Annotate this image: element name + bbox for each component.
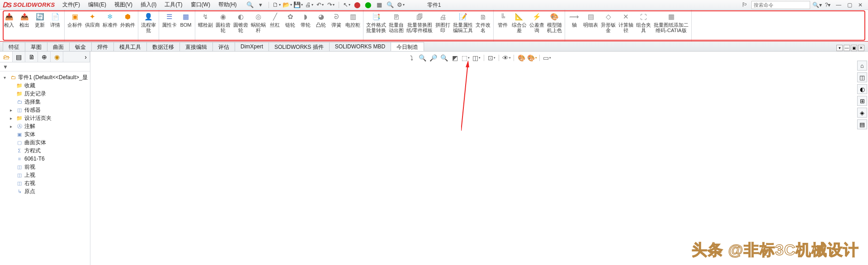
ribbon-button[interactable]: 📤检出	[17, 11, 32, 41]
zoom-prev-icon[interactable]: 🔍	[439, 53, 448, 62]
ribbon-button[interactable]: ▦BOM	[178, 11, 193, 41]
redo-icon[interactable]: ↷▾	[327, 1, 335, 9]
tree-root[interactable]: ▾ 🗀 零件1 (Default<<Default>_显	[1, 73, 89, 81]
ribbon-button[interactable]: ⟿轴	[566, 11, 582, 41]
ribbon-button[interactable]: ⚡公差查 询	[528, 11, 546, 41]
view-orientation-icon[interactable]: ⬚▾	[461, 53, 470, 62]
task-pane-tab[interactable]: ◫	[857, 72, 867, 82]
tree-node[interactable]: ◫前视	[1, 163, 89, 171]
task-pane-tab[interactable]: ◐	[857, 84, 867, 94]
dimxpert-tab[interactable]: ⊕	[38, 52, 51, 62]
close-icon[interactable]: ✕	[856, 1, 864, 9]
expand-icon[interactable]: ▸	[10, 108, 14, 113]
minimize-icon[interactable]: —	[835, 1, 843, 9]
tab-menu-icon[interactable]: ▾	[836, 45, 843, 51]
select-icon[interactable]: ↖▾	[343, 1, 351, 9]
display-state-icon[interactable]: ▭▾	[542, 53, 552, 62]
tab-close-icon[interactable]: ✕	[858, 45, 864, 51]
tree-node[interactable]: ◫右视	[1, 179, 89, 187]
task-pane-tab[interactable]: ⌂	[857, 61, 867, 71]
tab[interactable]: 曲面	[47, 42, 70, 51]
tree-node[interactable]: ▸📁设计活页夹	[1, 114, 89, 122]
ribbon-button[interactable]: ✿链轮	[283, 11, 298, 41]
tree-node[interactable]: ◫上视	[1, 171, 89, 179]
ribbon-button[interactable]: ╚管件	[495, 11, 510, 41]
tree-node[interactable]: ≡6061-T6	[1, 155, 89, 163]
tree-node[interactable]: ↳原点	[1, 187, 89, 195]
ribbon-button[interactable]: ▣企标件	[66, 11, 84, 41]
apply-scene-icon[interactable]: 🎨	[517, 53, 526, 62]
edit-appearance-icon[interactable]: 👁▾	[502, 53, 511, 62]
collapse-icon[interactable]: ▾	[4, 75, 8, 80]
options-icon[interactable]: 🔍	[386, 1, 394, 9]
ribbon-button[interactable]: 🗎文件改 名	[474, 11, 492, 41]
search-input[interactable]	[754, 2, 808, 8]
tree-node[interactable]: 📁历史记录	[1, 90, 89, 98]
ribbon-button[interactable]: ◇异形钣 金	[599, 11, 617, 41]
expand-icon[interactable]: ▸	[10, 124, 14, 129]
tab[interactable]: 草图	[25, 42, 47, 51]
record-on-icon[interactable]: ⬤	[364, 1, 373, 9]
rebuild-icon[interactable]: ▦	[375, 1, 383, 9]
display-manager-tab[interactable]: ◉	[51, 52, 63, 62]
ribbon-button[interactable]: ☰属性卡	[160, 11, 178, 41]
search-dropdown-icon[interactable]: 🔍▾	[813, 1, 821, 9]
ribbon-button[interactable]: ▤明细表	[582, 11, 599, 41]
graphics-viewport[interactable]: ⤵ 🔍 🔎 🔍 ◩ ⬚▾ ◫▾ ⊡▾ 👁▾ 🎨 🎨▾ ▭▾ ⌂◫◐⊞◈▤ 头条 …	[90, 52, 868, 265]
ribbon-button[interactable]: ◗带轮	[298, 11, 313, 41]
tab[interactable]: DimXpert	[235, 42, 269, 51]
task-pane-tab[interactable]: ◈	[857, 108, 867, 118]
ribbon-button[interactable]: ✕计算轴 径	[617, 11, 635, 41]
save-icon[interactable]: 💾▾	[294, 1, 302, 9]
tab[interactable]: 今日制造	[391, 42, 424, 51]
menu-item[interactable]: 帮助(H)	[216, 0, 240, 9]
menu-item[interactable]: 插入(I)	[138, 0, 159, 9]
config-manager-tab[interactable]: 🗎	[25, 52, 38, 62]
search-icon[interactable]: 🔍	[246, 1, 254, 9]
display-style-icon[interactable]: ◫▾	[472, 53, 481, 62]
ribbon-button[interactable]: ❄标准件	[101, 11, 119, 41]
feature-manager-tab[interactable]: 🗁	[0, 52, 13, 62]
ribbon-button[interactable]: 🗐批量替换图 纸/零件模板	[405, 11, 434, 41]
open-file-icon[interactable]: 📂▾	[283, 1, 292, 9]
tab[interactable]: 数据迁移	[146, 42, 180, 51]
help-icon[interactable]: ?▾	[824, 1, 832, 9]
tab[interactable]: SOLIDWORKS 插件	[269, 42, 330, 51]
menu-item[interactable]: 工具(T)	[162, 0, 185, 9]
maximize-icon[interactable]: ▢	[845, 1, 854, 9]
task-pane-tab[interactable]: ▤	[857, 119, 867, 129]
tab[interactable]: 评估	[212, 42, 235, 51]
ribbon-button[interactable]: 📝批量属性 编辑工具	[452, 11, 474, 41]
triad-icon[interactable]: ⤵	[407, 53, 416, 62]
record-off-icon[interactable]: ⬤	[354, 1, 362, 9]
tree-node[interactable]: Σ方程式	[1, 147, 89, 155]
ribbon-button[interactable]: ▥电控柜	[344, 11, 362, 41]
tab[interactable]: 钣金	[69, 42, 92, 51]
tab-minimize-icon[interactable]: —	[844, 45, 850, 51]
ribbon-button[interactable]: 📥检入	[1, 11, 17, 41]
tree-node[interactable]: 🗀选择集	[1, 98, 89, 106]
ribbon-button[interactable]: 👤流程审 批	[140, 11, 157, 41]
tree-node[interactable]: ▣实体	[1, 130, 89, 138]
menu-item[interactable]: 窗口(W)	[188, 0, 213, 9]
menu-item[interactable]: 编辑(E)	[85, 0, 109, 9]
view-settings-icon[interactable]: 🎨▾	[528, 53, 537, 62]
ribbon-button[interactable]: ◕凸轮	[313, 11, 329, 41]
ribbon-button[interactable]: 📑文件格式 批量转换	[365, 11, 387, 41]
ribbon-button[interactable]: ✦供应商	[84, 11, 101, 41]
tree-node[interactable]: ▸◫传感器	[1, 106, 89, 114]
command-search[interactable]	[751, 1, 810, 9]
ribbon-button[interactable]: ⛶组合夹 具	[635, 11, 652, 41]
tree-node[interactable]: 📁收藏	[1, 81, 89, 90]
undo-icon[interactable]: ↶▾	[316, 1, 324, 9]
menu-item[interactable]: 视图(V)	[112, 0, 135, 9]
ribbon-button[interactable]: 🎨模型随 机上色	[546, 11, 563, 41]
ribbon-button[interactable]: 📐综合公 差	[510, 11, 528, 41]
expand-panel-icon[interactable]: ›	[63, 52, 90, 62]
ribbon-button[interactable]: ◎蜗轮蜗 杆	[250, 11, 267, 41]
print-icon[interactable]: 🖨▾	[305, 1, 313, 9]
ribbon-button[interactable]: ↯螺栓副	[197, 11, 214, 41]
tab[interactable]: 直接编辑	[179, 42, 213, 51]
filter-bar[interactable]: ▼	[0, 62, 90, 71]
ribbon-button[interactable]: 🔄更新	[32, 11, 47, 41]
